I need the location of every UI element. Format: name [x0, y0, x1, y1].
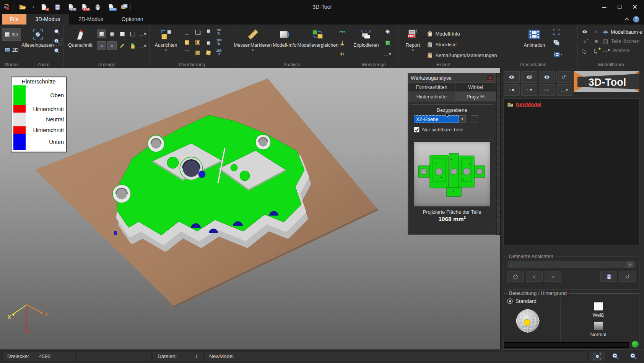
view-save-button[interactable]: [600, 271, 617, 282]
toggle-model-tree-button[interactable]: ◂|▸Modellbaum e: [603, 27, 642, 36]
view-user1-icon[interactable]: ▪: [203, 28, 213, 36]
view-next-button[interactable]: >: [545, 271, 561, 282]
view-iso-icon[interactable]: [203, 48, 213, 57]
tree-collapse-icon[interactable]: ≣: [591, 37, 601, 46]
select-highlight-icon[interactable]: ✱: [591, 47, 601, 56]
panel-header[interactable]: Werkzeuganalyse ✕: [408, 73, 496, 82]
plane-select-arrow[interactable]: ▼: [459, 115, 466, 123]
pen-style-icon[interactable]: [117, 41, 127, 50]
minimize-button[interactable]: ─: [597, 2, 611, 12]
save-icon[interactable]: [53, 3, 62, 11]
plane-flip-button[interactable]: [471, 115, 478, 123]
view-bottom-icon[interactable]: [193, 48, 202, 57]
reset-rotation-icon[interactable]: ↺°: [556, 71, 572, 83]
status-zoom-out-icon[interactable]: −: [607, 351, 624, 361]
view-right-icon[interactable]: [193, 38, 202, 47]
view-restore-button[interactable]: ↺: [619, 271, 636, 282]
mode-3d-button[interactable]: 3D: [2, 28, 21, 41]
view-left-icon[interactable]: [182, 38, 192, 47]
plane-select[interactable]: XZ-Ebene: [414, 115, 459, 123]
tools-more-button[interactable]: …▾: [383, 49, 392, 58]
tab-optionen[interactable]: Optionen: [112, 14, 153, 25]
open-file-icon[interactable]: [18, 3, 27, 11]
background-white-swatch[interactable]: [594, 302, 603, 311]
tab-projiz-fl[interactable]: Projiz Fl: [455, 92, 496, 101]
close-button[interactable]: ✕: [628, 2, 642, 12]
copy-view-icon[interactable]: [120, 3, 129, 11]
select-part-icon[interactable]: [580, 47, 589, 56]
record-video-button[interactable]: ▾: [551, 50, 564, 59]
report-parts-list-item[interactable]: Stückliste: [427, 39, 497, 49]
zoom-window-icon[interactable]: [52, 27, 62, 36]
tree-more-button[interactable]: …▾: [556, 84, 572, 96]
view-prev-button[interactable]: <: [526, 271, 543, 282]
zoom-in-icon[interactable]: +: [52, 37, 62, 46]
transform-parts-icon[interactable]: ↔: [383, 38, 392, 47]
view-more-button[interactable]: …▾: [138, 29, 148, 38]
hide-edges-icon[interactable]: ×: [107, 41, 117, 50]
view-user2-icon[interactable]: ▪: [203, 38, 213, 47]
export-exe-icon[interactable]: EXE: [66, 3, 75, 11]
model-info-button[interactable]: i Modell-Info: [271, 26, 298, 48]
display-more-button[interactable]: …▾: [138, 41, 148, 50]
view-home-button[interactable]: [507, 271, 524, 282]
delete-parts-button[interactable]: Teile löschen: [603, 36, 642, 46]
collapse-ribbon-icon[interactable]: [624, 18, 629, 22]
light-position-sphere[interactable]: [514, 307, 542, 335]
export-png-icon[interactable]: PNG: [106, 3, 115, 11]
tree-expand-icon[interactable]: ≡●: [580, 37, 589, 46]
report-dimensions-item[interactable]: Bemaßungen/Markierungen: [427, 50, 497, 60]
mode-2d-button[interactable]: 2D: [2, 43, 21, 56]
hidden-line-view-icon[interactable]: [117, 29, 127, 38]
views-dropdown[interactable]: ... ▼: [507, 261, 636, 268]
report-model-info-item[interactable]: iModell-Info: [427, 29, 497, 39]
rotate-180-icon[interactable]: 180↻: [214, 38, 224, 47]
zoom-out-icon[interactable]: −: [52, 46, 62, 55]
fit-all-button[interactable]: Alleseinpassen: [25, 26, 50, 48]
show-all-parts-icon[interactable]: [580, 27, 589, 36]
tree-check-icon[interactable]: ≡✓: [539, 84, 555, 96]
status-zoom-in-icon[interactable]: +: [625, 351, 642, 361]
smooth-edges-icon[interactable]: ≈: [97, 41, 106, 50]
tree-root-node[interactable]: NewModel: [507, 101, 636, 107]
standard-radio[interactable]: [507, 298, 513, 304]
report-button[interactable]: Report ▼: [400, 26, 425, 52]
draft-angle-icon[interactable]: [337, 38, 347, 47]
views-dropdown-arrow[interactable]: ▼: [627, 262, 633, 268]
explode-button[interactable]: Explodieren: [351, 26, 381, 48]
tree-find-icon[interactable]: ≡: [504, 84, 520, 96]
panel-close-button[interactable]: ✕: [487, 75, 493, 81]
wireframe-view-icon[interactable]: [128, 29, 137, 38]
tab-formkavitaeten[interactable]: Formkavitäten: [408, 82, 455, 92]
tab-hinterschnitte[interactable]: Hinterschnitte: [408, 92, 455, 101]
hide-parts-icon[interactable]: [521, 71, 537, 83]
viewport-3d[interactable]: Hinterschnitte Oben Hinterschnitt Neutra…: [0, 68, 500, 349]
fullscreen-icon[interactable]: [551, 27, 561, 36]
measure-mark-button[interactable]: MessenMarkieren ▼: [236, 26, 269, 52]
maximize-button[interactable]: ☐: [613, 2, 626, 12]
view-top-icon[interactable]: [182, 48, 192, 57]
tree-filter-icon[interactable]: ≡: [521, 84, 537, 96]
status-fit-all-icon[interactable]: [589, 351, 606, 361]
rotate-180b-icon[interactable]: 180↺: [214, 48, 224, 57]
clearance-icon[interactable]: [337, 49, 347, 58]
background-normal-swatch[interactable]: [594, 322, 603, 330]
tree-root-label[interactable]: NewModel: [516, 101, 542, 107]
close-file-icon[interactable]: ✕: [39, 3, 49, 11]
tab-file[interactable]: File: [2, 14, 26, 25]
view-back-icon[interactable]: [193, 28, 202, 36]
show-selected-icon[interactable]: [539, 71, 555, 83]
shaded-edges-view-icon[interactable]: [107, 29, 117, 38]
slideshow-icon[interactable]: [551, 39, 561, 47]
rotate-90-icon[interactable]: 90↻: [214, 28, 224, 36]
tab-winkel[interactable]: Winkel: [455, 82, 496, 92]
paint-bucket-icon[interactable]: [383, 27, 392, 36]
open-dropdown-icon[interactable]: ▾: [31, 3, 35, 11]
panel-scrollbar[interactable]: ▲▼: [496, 73, 500, 235]
show-all-icon[interactable]: [504, 71, 520, 83]
visible-only-checkbox[interactable]: [414, 127, 420, 132]
help-icon[interactable]: ?: [633, 16, 639, 23]
compare-models-button[interactable]: Modellevergleichen: [300, 26, 335, 48]
print-icon[interactable]: [93, 3, 102, 11]
light-position-dot[interactable]: [524, 319, 530, 325]
